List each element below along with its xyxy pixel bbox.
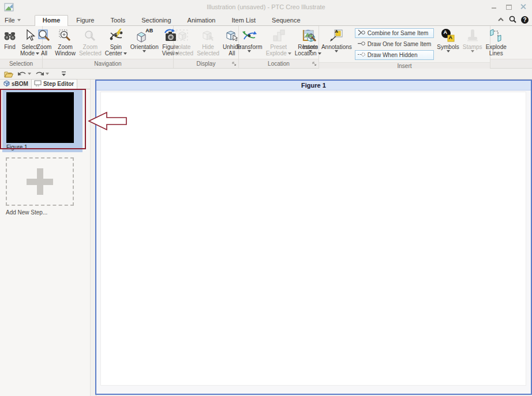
figure-canvas-page[interactable] <box>101 92 526 385</box>
binoculars-icon <box>3 28 17 44</box>
preset-explode-icon <box>271 28 286 44</box>
tab-item-list[interactable]: Item List <box>223 15 264 25</box>
ribbon-home: Find Select Mode Selection Zoom All <box>0 26 532 69</box>
dialog-launcher-icon[interactable] <box>312 61 317 67</box>
stamps-button: Stamps <box>461 27 484 62</box>
zoom-all-button[interactable]: Zoom All <box>35 27 54 58</box>
tab-sectioning[interactable]: Sectioning <box>133 15 179 25</box>
chevron-down-icon <box>143 50 146 52</box>
dialog-launcher-icon[interactable] <box>232 61 237 67</box>
combine-icon <box>358 29 365 37</box>
close-button[interactable] <box>520 4 526 9</box>
combine-for-same-item-toggle[interactable]: Combine for Same Item <box>355 28 434 38</box>
main-area: sBOM Step Editor Figure 1 Add New Step..… <box>0 80 532 396</box>
sbom-tab-label: sBOM <box>12 81 28 87</box>
file-menu-label: File <box>5 17 15 24</box>
zoom-window-icon <box>58 28 72 44</box>
chevron-down-icon <box>309 50 312 52</box>
chevron-down-icon <box>17 19 21 21</box>
chevron-down-icon <box>46 73 49 75</box>
spin-center-button[interactable]: Spin Center <box>103 27 129 58</box>
orientation-cube-icon: AB <box>136 28 153 44</box>
annotations-button[interactable]: A Annotations <box>320 27 354 62</box>
group-insert: Insets A Annotations Combine for Same It… <box>319 26 490 68</box>
step-editor-icon <box>34 80 42 88</box>
add-new-step-label: Add New Step... <box>6 209 90 216</box>
step-label: Figure 1 <box>6 143 83 152</box>
minimize-button[interactable] <box>491 4 497 9</box>
chevron-down-icon <box>447 50 450 52</box>
insert-toggle-stack: Combine for Same Item Draw One for Same … <box>354 27 436 62</box>
maximize-button[interactable] <box>505 4 512 9</box>
title-bar: Illustration (unsaved) - PTC Creo Illust… <box>0 0 532 15</box>
app-window: Illustration (unsaved) - PTC Creo Illust… <box>0 0 532 396</box>
tab-step-editor[interactable]: Step Editor <box>31 79 77 89</box>
plus-icon <box>37 168 43 195</box>
window-title: Illustration (unsaved) - PTC Creo Illust… <box>0 3 532 10</box>
search-icon[interactable] <box>509 16 516 24</box>
tab-tools[interactable]: Tools <box>102 15 133 25</box>
window-controls <box>491 4 526 9</box>
chevron-down-icon <box>123 52 127 55</box>
group-navigation: Zoom All Zoom Window Zoom Selected Spin … <box>43 26 174 68</box>
cube-icon <box>3 80 10 88</box>
panel-tab-bar: sBOM Step Editor <box>0 80 90 89</box>
insets-icon <box>303 28 318 44</box>
draw-hidden-icon <box>358 51 365 59</box>
toolbar-options-button[interactable] <box>60 71 68 77</box>
insets-button[interactable]: Insets <box>301 27 320 62</box>
step-panel: sBOM Step Editor Figure 1 Add New Step..… <box>0 80 91 396</box>
file-menu-button[interactable]: File <box>0 16 25 25</box>
stamp-icon <box>465 28 480 44</box>
zoom-window-button[interactable]: Zoom Window <box>53 27 77 58</box>
help-icon[interactable]: ? <box>521 16 529 24</box>
tab-figure[interactable]: Figure <box>68 15 102 25</box>
add-new-step-button[interactable] <box>6 157 74 206</box>
preset-explode-button: Preset Explode <box>264 27 293 58</box>
hide-selected-button: Hide Selected <box>195 27 221 58</box>
figure-viewport: Figure 1 <box>95 80 532 395</box>
open-file-button[interactable] <box>3 70 14 78</box>
draw-when-hidden-toggle[interactable]: Draw When Hidden <box>355 50 434 60</box>
redo-button[interactable] <box>34 70 50 77</box>
draw-one-for-same-item-toggle[interactable]: Draw One for Same Item <box>355 39 434 49</box>
spin-center-icon <box>108 28 123 44</box>
group-label-selection: Selection <box>0 59 42 68</box>
figure-viewport-title: Figure 1 <box>96 81 531 90</box>
unhide-cube-icon <box>224 28 239 44</box>
transform-icon <box>241 28 257 44</box>
cursor-arrow-icon <box>23 28 36 44</box>
group-label-navigation: Navigation <box>43 59 173 68</box>
zoom-all-icon <box>38 28 51 44</box>
tab-sequence[interactable]: Sequence <box>264 15 309 25</box>
chevron-down-icon <box>335 50 338 52</box>
isolate-cube-icon <box>175 28 190 44</box>
step-item-figure-1[interactable]: Figure 1 <box>2 90 83 152</box>
hide-cube-icon <box>201 28 216 44</box>
tab-animation[interactable]: Animation <box>179 15 224 25</box>
chevron-down-icon <box>471 50 474 52</box>
tab-home[interactable]: Home <box>35 15 69 26</box>
zoom-selected-icon <box>83 28 97 44</box>
group-display: Isolate Selected Hide Selected Unhide Al… <box>174 26 239 68</box>
chevron-down-icon <box>248 50 251 52</box>
chevron-down-icon <box>28 73 31 75</box>
undo-button[interactable] <box>16 70 32 77</box>
annotations-icon: A <box>329 28 344 44</box>
tab-sbom[interactable]: sBOM <box>1 80 31 89</box>
quick-access-toolbar <box>0 69 532 80</box>
group-label-location: Location <box>239 59 319 68</box>
draw-one-icon <box>358 40 365 48</box>
find-button[interactable]: Find <box>1 27 18 58</box>
step-thumbnail[interactable] <box>6 92 74 143</box>
orientation-button[interactable]: AB Orientation <box>129 27 160 58</box>
ribbon-tab-bar: File Home Figure Tools Sectioning Animat… <box>0 15 532 26</box>
explode-lines-icon <box>489 28 504 44</box>
find-label: Find <box>4 44 15 50</box>
zoom-selected-button: Zoom Selected <box>77 27 103 58</box>
symbols-icon: AA <box>441 28 456 44</box>
group-label-display: Display <box>174 59 238 68</box>
symbols-button[interactable]: AA Symbols <box>435 27 460 62</box>
collapse-ribbon-icon[interactable] <box>497 17 504 24</box>
chevron-down-icon <box>288 52 291 55</box>
